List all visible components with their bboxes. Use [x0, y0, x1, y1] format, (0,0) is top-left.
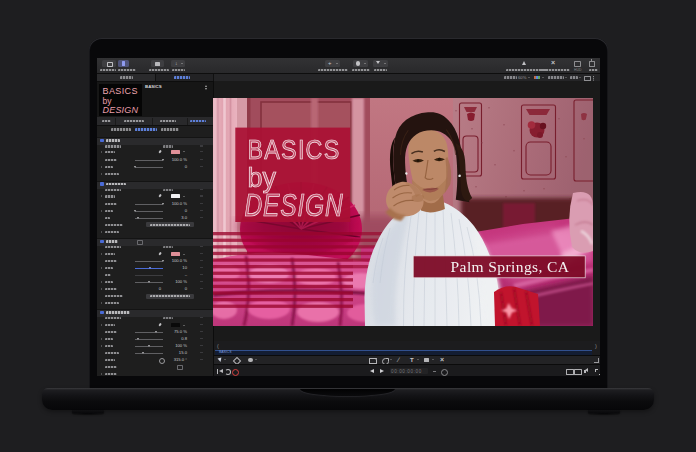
svg-text:Palm Springs, CA: Palm Springs, CA	[451, 258, 570, 275]
svg-text:DESIGN: DESIGN	[245, 188, 344, 223]
svg-text:BASICS: BASICS	[248, 134, 341, 165]
